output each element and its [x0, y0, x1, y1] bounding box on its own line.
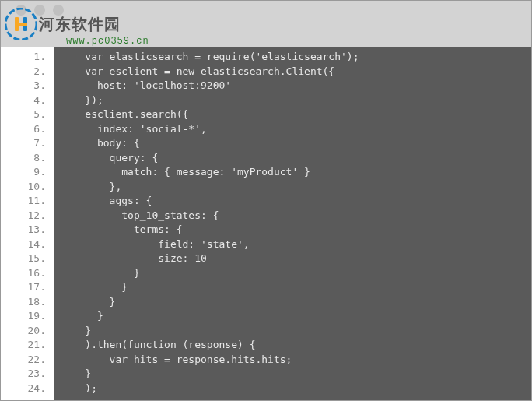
- code-line[interactable]: top_10_states: {: [61, 209, 532, 223]
- line-number: 11.: [0, 194, 54, 209]
- line-number: 19.: [0, 309, 54, 324]
- svg-rect-3: [15, 23, 27, 26]
- code-line[interactable]: var esclient = new elasticsearch.Client(…: [61, 65, 532, 79]
- code-line[interactable]: });: [61, 93, 532, 108]
- line-number: 13.: [0, 223, 54, 237]
- code-editor: 1.2.3.4.5.6.7.8.9.10.11.12.13.14.15.16.1…: [0, 47, 532, 401]
- line-number: 1.: [0, 50, 54, 65]
- code-line[interactable]: }: [61, 295, 532, 310]
- code-line[interactable]: aggs: {: [61, 194, 532, 209]
- code-line[interactable]: index: 'social-*',: [61, 122, 532, 137]
- code-line[interactable]: query: {: [61, 151, 532, 166]
- line-number: 7.: [0, 136, 54, 151]
- line-number: 10.: [0, 180, 54, 195]
- line-number: 24.: [0, 382, 54, 396]
- code-line[interactable]: }: [61, 280, 532, 295]
- code-line[interactable]: }: [61, 266, 532, 281]
- line-number: 4.: [0, 93, 54, 108]
- code-line[interactable]: var elasticsearch = require('elasticsear…: [61, 50, 532, 65]
- line-number: 21.: [0, 338, 54, 353]
- line-number: 14.: [0, 237, 54, 252]
- code-line[interactable]: }: [61, 324, 532, 339]
- code-line[interactable]: host: 'localhost:9200': [61, 79, 532, 93]
- watermark-title: 河东软件园: [39, 14, 121, 35]
- line-number-gutter: 1.2.3.4.5.6.7.8.9.10.11.12.13.14.15.16.1…: [0, 47, 54, 401]
- line-number: 6.: [0, 122, 54, 137]
- code-line[interactable]: size: 10: [61, 252, 532, 266]
- line-number: 16.: [0, 266, 54, 281]
- line-number: 20.: [0, 324, 54, 339]
- line-number: 17.: [0, 280, 54, 295]
- line-number: 18.: [0, 295, 54, 310]
- code-line[interactable]: }: [61, 367, 532, 382]
- line-number: 22.: [0, 353, 54, 368]
- line-number: 5.: [0, 107, 54, 122]
- watermark-url: www.pc0359.cn: [66, 36, 149, 47]
- code-line[interactable]: esclient.search({: [61, 107, 532, 122]
- line-number: 12.: [0, 209, 54, 223]
- line-number: 2.: [0, 65, 54, 79]
- line-number: 3.: [0, 79, 54, 93]
- code-line[interactable]: ).then(function (response) {: [61, 338, 532, 353]
- code-line[interactable]: body: {: [61, 136, 532, 151]
- code-content-area[interactable]: var elasticsearch = require('elasticsear…: [54, 47, 532, 401]
- code-line[interactable]: }: [61, 309, 532, 324]
- site-logo-icon: [5, 8, 37, 40]
- line-number: 23.: [0, 367, 54, 382]
- code-line[interactable]: );: [61, 382, 532, 396]
- line-number: 9.: [0, 165, 54, 180]
- code-line[interactable]: },: [61, 180, 532, 195]
- code-line[interactable]: field: 'state',: [61, 237, 532, 252]
- code-line[interactable]: match: { message: 'myProduct' }: [61, 165, 532, 180]
- line-number: 15.: [0, 252, 54, 266]
- code-line[interactable]: var hits = response.hits.hits;: [61, 353, 532, 368]
- line-number: 8.: [0, 151, 54, 166]
- code-line[interactable]: terms: {: [61, 223, 532, 237]
